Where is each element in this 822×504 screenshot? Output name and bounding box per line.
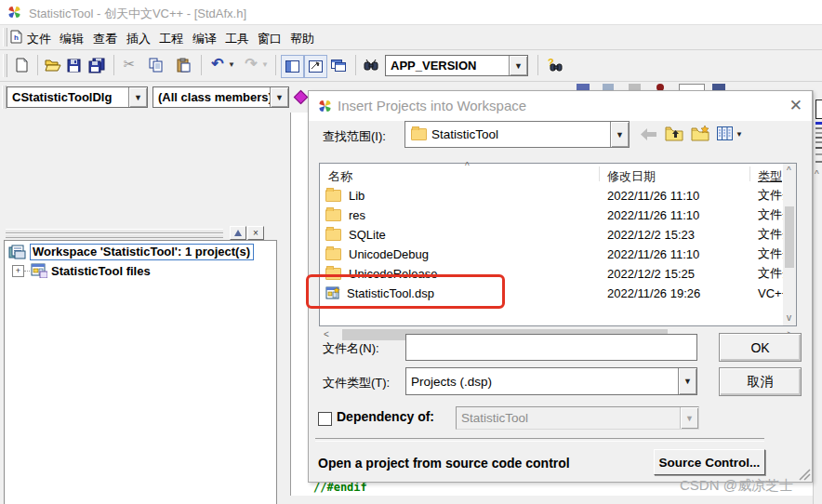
undo-icon[interactable]: ↶ bbox=[208, 53, 227, 73]
views-icon[interactable] bbox=[715, 124, 734, 142]
folder-icon bbox=[325, 229, 341, 241]
background-fragment bbox=[815, 153, 822, 155]
search-help-icon[interactable]: ? bbox=[544, 54, 566, 76]
menu-item-window[interactable]: 窗口 bbox=[258, 31, 282, 47]
menu-item-file[interactable]: 文件 bbox=[27, 31, 51, 47]
new-file-button[interactable] bbox=[11, 55, 32, 75]
folder-icon bbox=[325, 248, 341, 260]
tree-item-label: StatisticTool files bbox=[51, 264, 151, 278]
members-combo[interactable]: (All class members) ▼ bbox=[152, 86, 289, 108]
save-button[interactable] bbox=[63, 55, 84, 75]
views-dropdown-icon[interactable]: ▼ bbox=[735, 129, 744, 139]
toolbar-separator bbox=[355, 55, 356, 75]
tree-expand-icon[interactable]: + bbox=[12, 265, 24, 277]
background-fragment bbox=[815, 141, 822, 143]
cancel-button-label: 取消 bbox=[748, 374, 774, 391]
dependency-checkbox[interactable] bbox=[318, 412, 332, 426]
column-header-name[interactable]: 名称 bbox=[328, 168, 352, 185]
workspace-pane: × Workspace 'StatisticTool': 1 project(s… bbox=[0, 113, 290, 504]
file-row[interactable]: SQLite 2022/12/2 15:23 文件夹 bbox=[325, 225, 386, 244]
source-control-button-label: Source Control... bbox=[659, 456, 761, 470]
look-in-dropdown-icon[interactable]: ▼ bbox=[610, 122, 629, 147]
dependency-value: StatisticTool bbox=[457, 411, 680, 425]
scrollbar-thumb[interactable] bbox=[785, 206, 794, 268]
list-vertical-scrollbar[interactable]: ^ v bbox=[783, 164, 796, 325]
open-file-button[interactable] bbox=[43, 55, 63, 75]
tree-item-workspace-root[interactable]: Workspace 'StatisticTool': 1 project(s) bbox=[8, 244, 254, 260]
window-title: StatisticTool - 创天中文VC++ - [StdAfx.h] bbox=[29, 6, 246, 22]
window-list-icon[interactable] bbox=[327, 55, 349, 76]
redo-dropdown-icon[interactable]: ▼ bbox=[260, 58, 270, 71]
toolbar-separator bbox=[275, 55, 276, 75]
background-fragment: ^ bbox=[815, 170, 819, 179]
column-header-date[interactable]: 修改日期 bbox=[607, 168, 656, 185]
find-combo[interactable]: APP_VERSION ▼ bbox=[385, 55, 528, 76]
dependency-label: Dependency of: bbox=[337, 409, 434, 424]
look-in-value: StatisticTool bbox=[427, 127, 610, 141]
cancel-button[interactable]: 取消 bbox=[719, 367, 802, 396]
menu-item-tools[interactable]: 工具 bbox=[225, 31, 249, 47]
scroll-down-icon[interactable]: v bbox=[787, 313, 791, 323]
resize-grip[interactable] bbox=[798, 468, 811, 481]
file-name-input[interactable] bbox=[405, 334, 697, 361]
menu-item-view[interactable]: 查看 bbox=[93, 31, 117, 47]
background-fragment bbox=[815, 99, 822, 119]
file-row[interactable]: res 2022/11/26 11:10 文件夹 bbox=[325, 206, 365, 224]
tree-item-project-files[interactable]: + StatisticTool files bbox=[12, 262, 151, 279]
scroll-left-icon[interactable]: < bbox=[324, 330, 329, 339]
column-divider bbox=[599, 166, 600, 181]
file-row[interactable]: UnicodeDebug 2022/11/26 11:10 文件夹 bbox=[325, 245, 429, 263]
title-bar: StatisticTool - 创天中文VC++ - [StdAfx.h] bbox=[0, 0, 822, 24]
toolbar-separator bbox=[537, 55, 538, 75]
background-fragment bbox=[815, 132, 822, 134]
toolbar-gripper[interactable] bbox=[3, 54, 7, 77]
back-icon[interactable] bbox=[639, 125, 659, 143]
look-in-label: 查找范围(I): bbox=[323, 128, 386, 145]
paste-button[interactable] bbox=[173, 55, 193, 75]
class-combo-dropdown-icon[interactable]: ▼ bbox=[128, 87, 147, 107]
column-header-type[interactable]: 类型 bbox=[758, 168, 782, 185]
save-all-button[interactable] bbox=[86, 55, 108, 75]
pane-gripper[interactable] bbox=[6, 233, 223, 238]
dialog-close-icon[interactable]: ✕ bbox=[789, 96, 802, 115]
find-combo-dropdown-icon[interactable]: ▼ bbox=[509, 56, 527, 75]
copy-button[interactable] bbox=[145, 55, 166, 75]
class-combo[interactable]: CStatisticToolDlg ▼ bbox=[7, 86, 148, 108]
menu-item-build[interactable]: 编译 bbox=[192, 31, 217, 47]
standard-toolbar: ✂ ↶ ▼ ↷ ▼ APP_VERSION ▼ ? bbox=[0, 50, 822, 82]
file-name-label: 文件名(N): bbox=[323, 340, 379, 357]
menu-item-edit[interactable]: 编辑 bbox=[60, 31, 84, 47]
pane-expand-button[interactable] bbox=[230, 226, 246, 240]
toolbar-separator bbox=[201, 55, 202, 75]
new-folder-icon[interactable] bbox=[689, 123, 711, 143]
members-combo-dropdown-icon[interactable]: ▼ bbox=[270, 87, 288, 107]
application-window: StatisticTool - 创天中文VC++ - [StdAfx.h] h … bbox=[0, 0, 822, 504]
file-row[interactable]: Lib 2022/11/26 11:10 文件夹 bbox=[325, 186, 365, 205]
menu-item-insert[interactable]: 插入 bbox=[126, 31, 151, 47]
menu-bar: h 文件 编辑 查看 插入 工程 编译 工具 窗口 帮助 bbox=[0, 25, 822, 50]
workspace-pane-toggle-icon[interactable] bbox=[281, 55, 304, 78]
file-type-dropdown-icon[interactable]: ▼ bbox=[678, 368, 696, 394]
source-control-button[interactable]: Source Control... bbox=[654, 449, 765, 475]
menu-gripper[interactable] bbox=[3, 28, 7, 46]
menu-item-project[interactable]: 工程 bbox=[159, 31, 183, 47]
cut-icon[interactable]: ✂ bbox=[119, 54, 139, 74]
find-in-files-icon[interactable] bbox=[361, 55, 381, 75]
file-date: 2022/11/26 11:10 bbox=[607, 208, 699, 222]
dialog-title-bar[interactable]: Insert Projects into Workspace ✕ bbox=[309, 91, 812, 121]
background-fragment bbox=[815, 137, 822, 139]
scroll-up-icon[interactable]: ^ bbox=[787, 166, 791, 176]
column-divider bbox=[749, 166, 750, 181]
output-pane-toggle-icon[interactable] bbox=[304, 55, 327, 78]
file-type-combo[interactable]: Projects (.dsp) ▼ bbox=[405, 367, 697, 395]
editor-scroll-strip[interactable] bbox=[290, 496, 822, 504]
menu-item-help[interactable]: 帮助 bbox=[290, 31, 314, 47]
folder-icon bbox=[411, 128, 427, 140]
ok-button[interactable]: OK bbox=[719, 333, 802, 362]
background-fragment bbox=[815, 122, 822, 125]
pane-close-button[interactable]: × bbox=[247, 226, 264, 240]
redo-icon[interactable]: ↷ bbox=[242, 53, 260, 73]
look-in-combo[interactable]: StatisticTool ▼ bbox=[404, 121, 630, 148]
undo-dropdown-icon[interactable]: ▼ bbox=[227, 58, 236, 71]
up-one-level-icon[interactable] bbox=[663, 123, 685, 143]
